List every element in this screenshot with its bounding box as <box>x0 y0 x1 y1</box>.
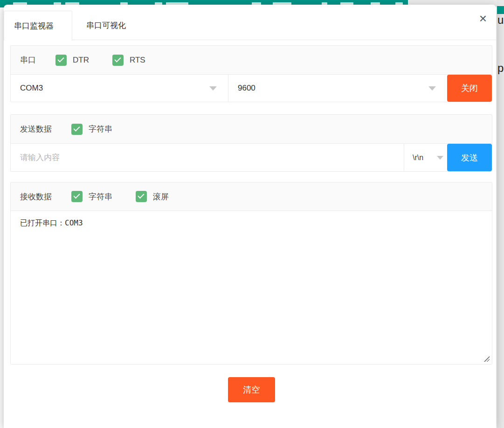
send-string-label: 字符串 <box>89 124 112 134</box>
receive-data-title: 接收数据 <box>20 191 52 202</box>
tab-serial-monitor[interactable]: 串口监视器 <box>4 11 72 41</box>
tab-serial-visualization[interactable]: 串口可视化 <box>73 11 147 40</box>
line-ending-value: \r\n <box>413 154 423 162</box>
send-data-header: 发送数据 字符串 <box>11 115 492 144</box>
page-edge-teal-block <box>497 6 504 14</box>
send-data-title: 发送数据 <box>20 124 52 134</box>
close-icon[interactable]: × <box>478 11 488 26</box>
dialog-tabbar: 串口监视器 串口可视化 × <box>4 5 496 40</box>
page-edge-text-fragment: p <box>497 63 504 74</box>
send-input-cell <box>11 144 404 171</box>
rts-label: RTS <box>130 56 145 65</box>
receive-output-wrap: 已打开串口：COM3 <box>11 211 492 364</box>
port-select[interactable]: COM3 <box>11 75 228 102</box>
rts-checkbox[interactable] <box>112 55 124 66</box>
close-port-button[interactable]: 关闭 <box>447 75 492 102</box>
receive-string-checkbox[interactable] <box>71 191 83 202</box>
serial-port-title: 串口 <box>20 55 36 65</box>
chevron-down-icon <box>428 86 436 91</box>
page-edge-text-fragment: u <box>497 14 504 26</box>
tab-label: 串口可视化 <box>86 20 126 31</box>
autoscroll-label: 滚屏 <box>153 191 169 202</box>
clear-button[interactable]: 清空 <box>228 377 275 402</box>
receive-data-header: 接收数据 字符串 滚屏 <box>11 182 492 211</box>
baud-select-value: 9600 <box>238 84 255 93</box>
autoscroll-checkbox[interactable] <box>136 191 147 202</box>
send-input[interactable] <box>11 144 404 171</box>
chevron-down-icon <box>437 156 443 160</box>
receive-output[interactable]: 已打开串口：COM3 <box>11 211 492 364</box>
tab-label: 串口监视器 <box>14 21 54 31</box>
port-select-value: COM3 <box>20 84 43 93</box>
send-button[interactable]: 发送 <box>447 144 492 171</box>
send-data-section: 发送数据 字符串 \r\n 发送 <box>10 114 492 172</box>
receive-data-section: 接收数据 字符串 滚屏 已打开串口：COM3 <box>10 182 492 365</box>
serial-port-header: 串口 DTR RTS <box>11 46 492 75</box>
serial-port-section: 串口 DTR RTS COM3 9600 关闭 <box>10 45 492 102</box>
dtr-label: DTR <box>73 56 89 65</box>
line-ending-select[interactable]: \r\n <box>404 144 448 171</box>
send-string-checkbox[interactable] <box>71 124 83 135</box>
chevron-down-icon <box>209 86 217 91</box>
serial-monitor-dialog: 串口监视器 串口可视化 × 串口 DTR RTS COM3 9600 关闭 <box>4 5 496 428</box>
page-edge-strip: u p <box>497 0 504 428</box>
send-data-row: \r\n 发送 <box>11 144 492 171</box>
receive-string-label: 字符串 <box>89 191 112 202</box>
dtr-checkbox[interactable] <box>55 55 67 66</box>
serial-port-row: COM3 9600 关闭 <box>11 75 492 102</box>
